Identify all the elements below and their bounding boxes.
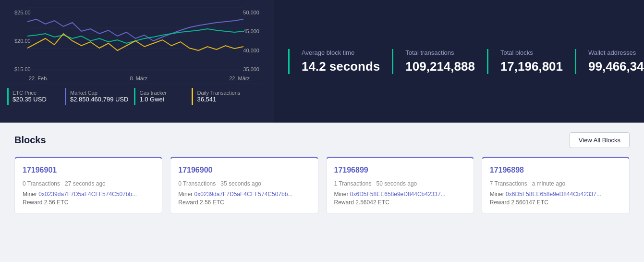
stat-total-tx-value: 109,214,888: [405, 59, 475, 74]
chart-dates: 22. Feb. 8. März 22. März: [7, 75, 267, 84]
legend-daily-tx-label: Daily Transactions: [197, 90, 243, 96]
stat-total-blocks: Total blocks 17,196,801: [487, 49, 575, 74]
block-tx-count: 1 Transactions: [334, 180, 372, 187]
block-meta: 0 Transactions 35 seconds ago: [178, 180, 310, 187]
blocks-header: Blocks View All Blocks: [14, 132, 630, 148]
legend-market-cap-label: Market Cap: [70, 90, 128, 96]
chart-label-40k: 40,000: [243, 48, 259, 53]
stat-avg-block-time-label: Average block time: [302, 49, 380, 56]
block-tx-count: 0 Transactions: [178, 180, 216, 187]
block-miner-addr[interactable]: 0x6D5F58EE658e9eD844Cb42337...: [506, 191, 601, 198]
stat-total-tx: Total transactions 109,214,888: [392, 49, 487, 74]
block-meta: 1 Transactions 50 seconds ago: [334, 180, 466, 187]
block-tx-count: 7 Transactions: [490, 180, 527, 187]
chart-date-0: 22. Feb.: [29, 75, 48, 81]
chart-date-2: 22. März: [229, 75, 250, 81]
chart-label-35k: 35,000: [243, 66, 259, 72]
block-meta: 7 Transactions a minute ago: [490, 180, 621, 187]
block-miner-row: Miner 0x6D5F58EE658e9eD844Cb42337...: [490, 191, 621, 198]
block-number[interactable]: 17196900: [178, 166, 310, 175]
block-miner-row: Miner 0x6D5F58EE658e9eD844Cb42337...: [334, 191, 466, 198]
legend-market-cap: Market Cap $2,850,460,799 USD: [65, 88, 134, 105]
chart-label-45k: 45,000: [243, 28, 259, 34]
legend-gas-tracker: Gas tracker 1.0 Gwei: [134, 88, 192, 105]
chart-legend: ETC Price $20.35 USD Market Cap $2,850,4…: [7, 84, 267, 105]
block-tx-count: 0 Transactions: [23, 180, 60, 187]
blocks-title: Blocks: [14, 135, 46, 146]
chart-labels-right: 50,000 45,000 40,000 35,000: [243, 10, 259, 72]
chart-date-1: 8. März: [130, 75, 147, 81]
legend-market-cap-value: $2,850,460,799 USD: [70, 96, 128, 103]
legend-etc-price: ETC Price $20.35 USD: [7, 88, 65, 105]
blocks-section: Blocks View All Blocks 17196901 0 Transa…: [0, 123, 644, 224]
legend-gas-value: 1.0 Gwei: [139, 96, 186, 103]
block-card: 17196899 1 Transactions 50 seconds ago M…: [326, 157, 474, 214]
stat-wallet-label: Wallet addresses: [588, 49, 644, 56]
legend-etc-price-label: ETC Price: [12, 90, 59, 96]
block-time-ago: 35 seconds ago: [220, 180, 261, 187]
block-number[interactable]: 17196899: [334, 166, 466, 175]
block-number[interactable]: 17196901: [23, 166, 154, 175]
block-reward: Reward 2.56 ETC: [23, 199, 154, 206]
top-section: $25.00 $20.00 $15.00 50,000 45,000 40,00…: [0, 0, 644, 123]
block-reward: Reward 2.56042 ETC: [334, 199, 466, 206]
stat-avg-block-time-value: 14.2 seconds: [302, 59, 380, 74]
block-reward: Reward 2.560147 ETC: [490, 199, 621, 206]
view-all-blocks-button[interactable]: View All Blocks: [570, 132, 630, 148]
block-number[interactable]: 17196898: [490, 166, 621, 175]
block-time-ago: 50 seconds ago: [377, 180, 417, 187]
blocks-grid: 17196901 0 Transactions 27 seconds ago M…: [14, 157, 630, 214]
block-reward: Reward 2.56 ETC: [178, 199, 310, 206]
legend-daily-tx: Daily Transactions 36,541: [192, 88, 249, 105]
stat-wallet-addresses: Wallet addresses 99,466,347: [575, 49, 644, 74]
block-miner-addr[interactable]: 0x0239da7F7D5aF4CFF574C507bb...: [38, 191, 137, 198]
stats-area: Average block time 14.2 seconds Total tr…: [274, 0, 644, 123]
stat-avg-block-time: Average block time 14.2 seconds: [288, 49, 392, 74]
block-miner-prefix: Miner: [178, 191, 194, 198]
legend-etc-price-value: $20.35 USD: [12, 96, 59, 103]
block-miner-addr[interactable]: 0x6D5F58EE658e9eD844Cb42337...: [350, 191, 446, 198]
stat-total-tx-label: Total transactions: [405, 49, 475, 56]
stat-total-blocks-label: Total blocks: [500, 49, 563, 56]
block-meta: 0 Transactions 27 seconds ago: [23, 180, 154, 187]
block-miner-prefix: Miner: [490, 191, 506, 198]
block-miner-addr[interactable]: 0x0239da7F7D5aF4CFF574C507bb...: [194, 191, 293, 198]
block-card: 17196901 0 Transactions 27 seconds ago M…: [14, 157, 162, 214]
block-time-ago: a minute ago: [532, 180, 565, 187]
block-miner-prefix: Miner: [334, 191, 350, 198]
block-time-ago: 27 seconds ago: [65, 180, 106, 187]
block-card: 17196900 0 Transactions 35 seconds ago M…: [170, 157, 318, 214]
stat-wallet-value: 99,466,347: [588, 59, 644, 74]
legend-gas-label: Gas tracker: [139, 90, 186, 96]
stat-total-blocks-value: 17,196,801: [500, 59, 563, 74]
chart-label-50k: 50,000: [243, 10, 259, 15]
legend-daily-tx-value: 36,541: [197, 96, 243, 103]
block-miner-row: Miner 0x0239da7F7D5aF4CFF574C507bb...: [23, 191, 154, 198]
block-miner-row: Miner 0x0239da7F7D5aF4CFF574C507bb...: [178, 191, 310, 198]
chart-area: $25.00 $20.00 $15.00 50,000 45,000 40,00…: [0, 0, 274, 123]
block-miner-prefix: Miner: [23, 191, 38, 198]
block-card: 17196898 7 Transactions a minute ago Min…: [482, 157, 630, 214]
chart-svg: [27, 7, 243, 70]
